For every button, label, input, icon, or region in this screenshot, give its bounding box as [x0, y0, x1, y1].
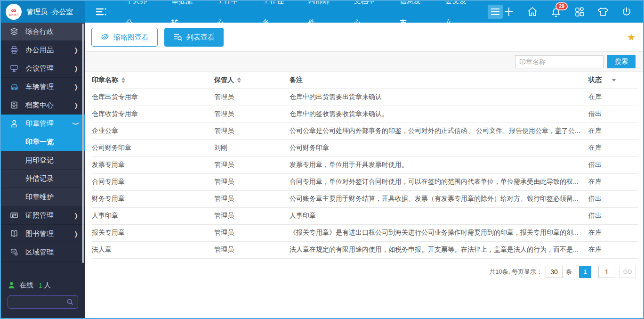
sidebar-item-license-management[interactable]: 证照管理 ❯ — [1, 206, 85, 225]
plus-icon[interactable] — [503, 6, 515, 18]
column-header-seal-name: 印章名称 — [92, 76, 118, 84]
cell-remark: 人事印章 — [290, 207, 588, 224]
table-row[interactable]: 仓库收货专用章 管理员 仓库中的签收需要收货章来确认。 借出 — [92, 106, 638, 123]
search-button[interactable]: 搜索 — [607, 55, 636, 68]
cell-remark: 发票专用章，单位用于开具发票时使用。 — [290, 156, 588, 173]
current-page-button[interactable]: 1 — [579, 266, 591, 278]
bell-icon[interactable]: 29 — [550, 6, 562, 18]
cell-remark: 公司财务印章 — [290, 139, 588, 156]
top-bar: ∞ 华天动力 管理员 -办公室 个人办公 审批流转 工作中心 工作任务 内部邮件… — [1, 1, 643, 23]
sidebar-item-region-management[interactable]: 区域管理 — [1, 243, 85, 262]
main-nav: 个人办公 审批流转 工作中心 工作任务 内部邮件 文档中心 信息发布 公文发文 — [116, 1, 481, 23]
seal-table: 印章名称 保管人 备注 状态 仓库出货专用章 管理员 仓库中的出货需要出货章来确… — [92, 72, 638, 259]
pagination-unit: 条 — [566, 268, 572, 276]
online-count: 1 — [39, 281, 42, 289]
theme-shirt-icon[interactable] — [597, 6, 609, 18]
cell-keeper: 管理员 — [214, 156, 290, 173]
chevron-down-icon: ❯ — [72, 122, 80, 125]
search-icon[interactable] — [66, 298, 74, 306]
cell-seal-name: 仓库收货专用章 — [92, 106, 214, 123]
cell-keeper: 管理员 — [214, 123, 290, 139]
table-row[interactable]: 发票专用章 管理员 发票专用章，单位用于开具发票时使用。 借出 — [92, 156, 638, 173]
list-view-label: 列表查看 — [186, 33, 215, 42]
printer-icon — [9, 45, 19, 55]
cell-seal-name: 法人章 — [92, 241, 214, 258]
online-suffix: 人 — [44, 281, 51, 290]
sidebar-item-office-supplies[interactable]: 办公用品 ❯ — [1, 41, 85, 59]
cell-status: 在库 — [588, 139, 638, 156]
filter-bar: 搜索 — [85, 51, 643, 72]
menu-icon[interactable] — [95, 1, 107, 23]
table-row[interactable]: 报关专用章 管理员 《报关专用章》是有进出口权公司到海关进行公司业务操作时需要用… — [92, 224, 638, 241]
column-header-keeper: 保管人 — [214, 76, 234, 84]
sidebar-item-seal-management[interactable]: 印章管理 ❯ — [1, 115, 85, 133]
table-row[interactable]: 公司财务印章 刘刚 公司财务印章 在库 — [92, 139, 638, 156]
main-content: 缩略图查看 列表查看 ★ 搜索 印章名称 — [85, 23, 643, 318]
sidebar-item-vehicle-management[interactable]: 车辆管理 ❯ — [1, 78, 85, 96]
sidebar-item-book-management[interactable]: 图书管理 ❯ — [1, 225, 85, 243]
chevron-right-icon: ❯ — [74, 101, 78, 109]
license-card-icon — [9, 211, 19, 220]
chevron-right-icon: ❯ — [74, 46, 78, 54]
cell-seal-name: 公司财务印章 — [92, 139, 214, 156]
notification-badge: 29 — [555, 2, 568, 10]
cell-status: 在库 — [588, 241, 638, 258]
sidebar-subitem-seal-list[interactable]: 印章一览 — [1, 133, 85, 151]
cell-remark: 公司账务章主要用于财务结算，开具收据、发票（有发票专用章的除外）给对方、银行印签… — [290, 190, 588, 207]
sidebar-subitem-seal-maintenance[interactable]: 印章维护 — [1, 188, 85, 206]
cell-status: 借出 — [588, 156, 638, 173]
home-icon[interactable] — [526, 6, 539, 18]
sidebar-item-archive-center[interactable]: 档案中心 ❯ — [1, 96, 85, 115]
sidebar-item-general-admin[interactable]: 综合行政 — [1, 23, 85, 41]
collapse-menu-icon[interactable] — [488, 5, 503, 19]
sidebar: 综合行政 办公用品 ❯ — [1, 23, 85, 318]
apps-grid-icon[interactable] — [573, 6, 586, 18]
thumbnail-view-icon — [100, 33, 110, 41]
sidebar-subitem-seal-usage-register[interactable]: 用印登记 — [1, 151, 85, 170]
sort-icon[interactable] — [237, 77, 241, 83]
sidebar-subitem-label: 外借记录 — [25, 174, 54, 183]
favorite-star-icon[interactable]: ★ — [627, 28, 636, 47]
brand-block: ∞ 华天动力 管理员 -办公室 — [1, 1, 85, 23]
table-row[interactable]: 人事印章 管理员 人事印章 借出 — [92, 207, 638, 224]
sidebar-subitem-lending-records[interactable]: 外借记录 — [1, 170, 85, 188]
sidebar-scrollbar[interactable] — [82, 24, 84, 263]
goto-page-input[interactable] — [598, 266, 615, 278]
cell-keeper: 刘刚 — [214, 139, 290, 156]
power-icon[interactable] — [620, 6, 633, 18]
car-icon — [9, 82, 19, 91]
stamp-user-icon — [9, 119, 19, 128]
cell-seal-name: 报关专用章 — [92, 224, 214, 241]
table-row[interactable]: 财务专用章 管理员 公司账务章主要用于财务结算，开具收据、发票（有发票专用章的除… — [92, 190, 638, 207]
header-icon-group: 29 — [503, 1, 643, 23]
sidebar-subitem-label: 印章一览 — [25, 138, 54, 147]
meeting-icon — [9, 64, 19, 73]
cell-keeper: 管理员 — [214, 190, 290, 207]
sidebar-item-meeting-management[interactable]: 会议管理 ❯ — [1, 59, 85, 78]
page-size-input[interactable] — [546, 266, 563, 278]
go-button[interactable]: GO — [620, 266, 636, 278]
table-row[interactable]: 企业公章 管理员 公司公章是公司处理内外部事务的印鉴，公司对外的正式信函、 公司… — [92, 123, 638, 139]
cell-remark: 《报关专用章》是有进出口权公司到海关进行公司业务操作时需要用到的印章，报关专用印… — [290, 224, 588, 241]
thumbnail-view-button[interactable]: 缩略图查看 — [91, 28, 158, 47]
list-view-button[interactable]: 列表查看 — [164, 28, 224, 47]
sidebar-search-box — [8, 295, 78, 309]
seal-name-search-input[interactable] — [515, 55, 604, 68]
logo-text: 华天动力 — [8, 13, 19, 16]
column-header-status: 状态 — [588, 76, 602, 84]
table-row[interactable]: 仓库出货专用章 管理员 仓库中的出货需要出货章来确认 在库 — [92, 89, 638, 106]
sidebar-item-label: 印章管理 — [25, 119, 74, 128]
column-header-remark: 备注 — [290, 76, 303, 83]
sidebar-search-input[interactable] — [12, 299, 66, 306]
table-row[interactable]: 合同专用章 管理员 合同专用章，单位对外签订合同时使用，可以在签约的范围内代表单… — [92, 173, 638, 190]
status-filter-dropdown-icon[interactable] — [612, 79, 616, 82]
sidebar-footer: 在线 1 人 — [1, 281, 85, 318]
cell-remark: 合同专用章，单位对外签订合同时使用，可以在签约的范围内代表单位，单位需承受由此导… — [290, 173, 588, 190]
app-window: ∞ 华天动力 管理员 -办公室 个人办公 审批流转 工作中心 工作任务 内部邮件… — [0, 0, 644, 319]
table-row[interactable]: 法人章 管理员 法人章在规定的有限用途内使用，如税务申报。开支票等。在法律上，盖… — [92, 241, 638, 258]
online-status: 在线 1 人 — [8, 281, 78, 290]
cell-keeper: 管理员 — [214, 89, 290, 106]
cell-keeper: 管理员 — [214, 173, 290, 190]
sort-icon[interactable] — [121, 77, 125, 83]
company-logo: ∞ 华天动力 — [6, 4, 22, 20]
